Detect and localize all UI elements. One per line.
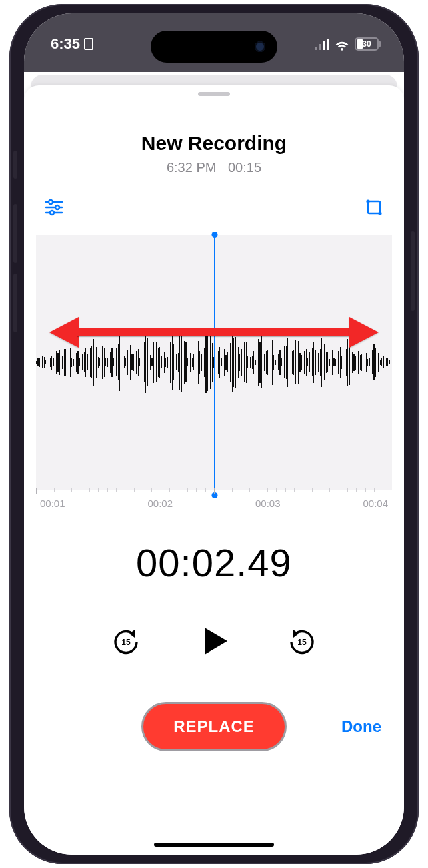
waveform-area: 00:01 00:02 00:03 00:04 [24,235,404,514]
svg-point-8 [378,211,381,215]
side-button-silent [13,151,17,179]
svg-marker-9 [129,630,135,638]
side-button-vol-up [13,204,17,263]
svg-point-1 [49,200,53,204]
svg-text:15: 15 [297,638,307,647]
dynamic-island [151,31,277,63]
recording-duration: 00:15 [228,160,261,175]
arrow-right-icon [349,317,379,348]
battery-percent: 30 [356,39,377,49]
svg-point-7 [366,199,369,203]
battery-icon: 30 [355,37,381,51]
skip-forward-button[interactable]: 15 [287,626,317,656]
screen: 6:35 30 New Recording 6:32 PM [24,13,404,855]
replace-label: REPLACE [173,717,255,736]
done-label: Done [341,717,381,736]
card-icon [84,38,93,50]
camera-icon [255,41,265,52]
svg-rect-6 [368,201,380,213]
current-time: 00:02.49 [24,540,404,585]
svg-marker-11 [205,628,227,655]
edit-sheet: New Recording 6:32 PM 00:15 [24,85,404,855]
svg-text:15: 15 [121,638,131,647]
phone-frame: 6:35 30 New Recording 6:32 PM [9,4,419,864]
trim-icon[interactable] [364,197,384,218]
svg-point-5 [50,211,54,215]
waveform-track[interactable] [36,235,392,490]
side-button-power [411,231,415,311]
arrow-left-icon [49,317,79,348]
recording-title[interactable]: New Recording [24,132,404,155]
ruler-label: 00:04 [363,498,388,509]
ruler-label: 00:01 [40,498,65,509]
svg-marker-12 [293,630,299,638]
status-time: 6:35 [51,35,80,53]
playback-controls: 15 15 [24,618,404,665]
skip-back-button[interactable]: 15 [111,626,141,656]
replace-button[interactable]: REPLACE [141,702,287,751]
ruler-label: 00:03 [255,498,281,509]
recording-subtitle: 6:32 PM 00:15 [24,160,404,175]
playhead[interactable] [214,235,215,495]
side-button-vol-down [13,274,17,332]
recording-time: 6:32 PM [167,160,216,175]
wifi-icon [335,37,349,51]
time-ruler: 00:01 00:02 00:03 00:04 [36,488,392,514]
play-button[interactable] [197,624,231,659]
svg-point-3 [55,205,59,209]
cellular-icon [315,38,329,50]
sheet-grabber[interactable] [198,92,230,96]
home-indicator[interactable] [154,843,274,847]
ruler-label: 00:02 [147,498,173,509]
settings-icon[interactable] [44,197,64,218]
done-button[interactable]: Done [341,702,381,751]
